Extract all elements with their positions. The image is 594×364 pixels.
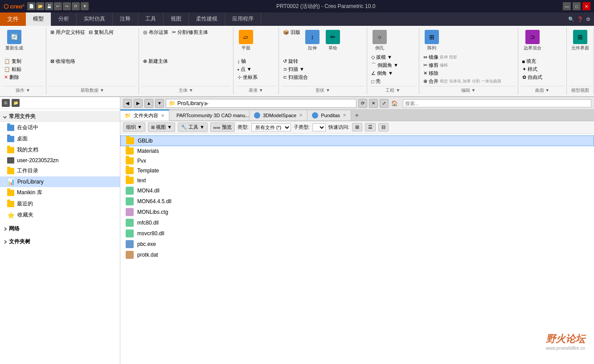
- search-input[interactable]: [403, 99, 592, 107]
- axis-button[interactable]: ↕轴: [236, 57, 259, 65]
- sidebar-item-mydocs[interactable]: 我的文档: [0, 144, 120, 155]
- nav-path[interactable]: 📁 Pro/Library ▶: [166, 99, 356, 108]
- merge-button[interactable]: ⊕合并相交实体化加厚分割一体化曲面: [422, 78, 503, 85]
- file-item-mfc80[interactable]: mfc80.dll: [120, 217, 594, 228]
- extrude-button[interactable]: ↕ 拉伸: [303, 29, 322, 53]
- coord-button[interactable]: ⊹坐标系: [236, 74, 259, 81]
- remove-button[interactable]: ✕移除: [422, 70, 503, 77]
- sketch-button[interactable]: ✏ 草绘: [323, 29, 343, 53]
- tab-tools[interactable]: 工具: [138, 12, 164, 26]
- nav-refresh-button[interactable]: ⟳: [358, 99, 367, 108]
- back-button[interactable]: ◀: [123, 99, 132, 108]
- sidebar-item-favorites[interactable]: ⭐ 收藏夹: [0, 209, 120, 221]
- tab-realtime-sim[interactable]: 实时仿真: [77, 12, 113, 26]
- bool-op-button[interactable]: ◎布尔运算: [142, 29, 170, 36]
- up-button[interactable]: ▲: [144, 99, 153, 108]
- nav-home-button[interactable]: 🏠: [390, 99, 399, 108]
- file-item-mon4dll[interactable]: MON4.dll: [120, 185, 594, 196]
- sidebar-item-workdir[interactable]: 工作目录: [0, 165, 120, 176]
- save-icon[interactable]: 💾: [45, 2, 53, 10]
- common-folders-header[interactable]: 常用文件夹: [0, 111, 120, 122]
- style-button[interactable]: ✦样式: [521, 65, 544, 73]
- close-button[interactable]: ✕: [582, 2, 590, 10]
- copy-geom-button[interactable]: ⊟复制几何: [87, 29, 115, 36]
- tab-analysis[interactable]: 分析: [51, 12, 77, 26]
- sidebar-item-prolibrary[interactable]: 📊 Pro/Library: [0, 176, 120, 187]
- tab-pun-close[interactable]: ✕: [343, 113, 346, 118]
- file-menu-tab[interactable]: 文件: [0, 12, 26, 26]
- sidebar-icon-2[interactable]: 📁: [12, 99, 20, 107]
- quick-access-grid-btn[interactable]: ⊞: [352, 123, 362, 131]
- nav-menu-button[interactable]: ▼: [155, 99, 164, 108]
- draft-button[interactable]: ◇拔模 ▼: [370, 53, 400, 61]
- sidebar-item-session[interactable]: 在会话中: [0, 122, 120, 133]
- sidebar-icon-1[interactable]: ⊞: [2, 99, 10, 107]
- split-button[interactable]: ✂分割/修剪主体: [171, 29, 209, 36]
- file-item-msvcr80[interactable]: msvcr80.dll: [120, 228, 594, 239]
- revolve-button[interactable]: ↺旋转: [282, 57, 309, 65]
- tab-annotation[interactable]: 注释: [113, 12, 138, 26]
- sweep-blend-button[interactable]: ⊂扫描混合: [282, 74, 309, 81]
- nav-expand-button[interactable]: ⤢: [380, 99, 389, 108]
- sweep-button[interactable]: ⊃扫描 ▼: [282, 65, 309, 73]
- file-item-monlibs[interactable]: MONLibs.ctg: [120, 207, 594, 217]
- add-tab-button[interactable]: +: [351, 110, 363, 121]
- user-feature-button[interactable]: ⊞用户定义特征: [49, 29, 86, 36]
- more-icon[interactable]: ▼: [81, 2, 89, 10]
- shell-button[interactable]: □壳: [370, 78, 400, 85]
- help-icon[interactable]: ❓: [577, 16, 583, 22]
- preview-button[interactable]: ∞∞ 预览: [210, 123, 235, 132]
- legacy-button[interactable]: 📦旧版: [282, 29, 302, 36]
- network-header[interactable]: 网络: [0, 223, 120, 234]
- nav-close-button[interactable]: ✕: [369, 99, 378, 108]
- tab-folder-close[interactable]: ✕: [161, 113, 164, 118]
- boundary-blend-button[interactable]: ⊃ 边界混合: [521, 29, 544, 53]
- view-button[interactable]: ⊞ 视图 ▼: [148, 123, 175, 132]
- freeform-button[interactable]: ✿自由式: [521, 74, 544, 81]
- tab-3d-close[interactable]: ✕: [299, 113, 303, 118]
- file-type-select[interactable]: 所有文件 (*): [251, 123, 291, 131]
- sidebar-item-recent[interactable]: 最近的: [0, 198, 120, 209]
- file-item-mon64dll[interactable]: MON64.4.5.dll: [120, 196, 594, 207]
- new-body-button[interactable]: ⊕新建主体: [142, 57, 169, 65]
- tab-folder-contents[interactable]: 📁 文件夹内容 ✕: [120, 110, 169, 121]
- file-item-template[interactable]: Template: [120, 166, 594, 176]
- tab-view[interactable]: 视图: [164, 12, 189, 26]
- round-button[interactable]: ⌒倒圆角 ▼: [370, 61, 400, 69]
- tab-flex-model[interactable]: 柔性建模: [189, 12, 225, 26]
- component-interface-button[interactable]: ⊞ 元件界面: [569, 29, 592, 53]
- file-item-text[interactable]: text: [120, 176, 594, 185]
- search-icon[interactable]: 🔍: [568, 16, 574, 22]
- undo-icon[interactable]: ↩: [54, 2, 62, 10]
- tab-model[interactable]: 模型: [26, 12, 51, 26]
- forward-button[interactable]: ▶: [134, 99, 143, 108]
- delete-button[interactable]: ✕删除: [3, 74, 23, 81]
- tab-punditas[interactable]: Punditas ✕: [307, 110, 351, 120]
- quick-access-list-btn[interactable]: ☰: [365, 123, 376, 131]
- file-item-materials[interactable]: Materials: [120, 146, 594, 156]
- tab-partcommunity[interactable]: PARTcommunity 3D CAD manu... ✕: [169, 110, 250, 120]
- fill-button[interactable]: ■填充: [521, 57, 544, 65]
- maximize-button[interactable]: □: [573, 2, 581, 10]
- hole-button[interactable]: ○ 倒孔: [370, 29, 389, 53]
- paste-button[interactable]: 📋粘贴: [3, 65, 23, 73]
- new-file-icon[interactable]: 📄: [27, 2, 35, 10]
- regenerate-button[interactable]: 🔄 重新生成: [3, 29, 26, 53]
- settings-icon[interactable]: ⚙: [586, 16, 590, 22]
- organize-button[interactable]: 组织 ▼: [123, 123, 145, 132]
- chamfer-button[interactable]: ∠倒角 ▼: [370, 70, 400, 77]
- sidebar-item-user[interactable]: user-20230523zn: [0, 155, 120, 165]
- array-button[interactable]: ⊞ 阵列: [422, 29, 442, 53]
- tools-button[interactable]: 🔧 工具 ▼: [178, 123, 208, 132]
- quick-access-detail-btn[interactable]: ⊟: [378, 123, 389, 131]
- open-file-icon[interactable]: 📂: [36, 2, 44, 10]
- point-button[interactable]: •点 ▼: [236, 65, 259, 73]
- file-item-pbcexe[interactable]: pbc.exe: [120, 239, 594, 249]
- sidebar-item-desktop[interactable]: 桌面: [0, 133, 120, 144]
- shrink-wrap-button[interactable]: ⊠收缩包络: [49, 57, 77, 65]
- tab-3dmodelspace[interactable]: 3DModelSpace ✕: [250, 110, 307, 120]
- tab-apps[interactable]: 应用程序: [225, 12, 261, 26]
- minimize-button[interactable]: —: [563, 2, 571, 10]
- plane-button[interactable]: ▱ 平面: [236, 29, 256, 53]
- sub-type-select[interactable]: [312, 123, 326, 131]
